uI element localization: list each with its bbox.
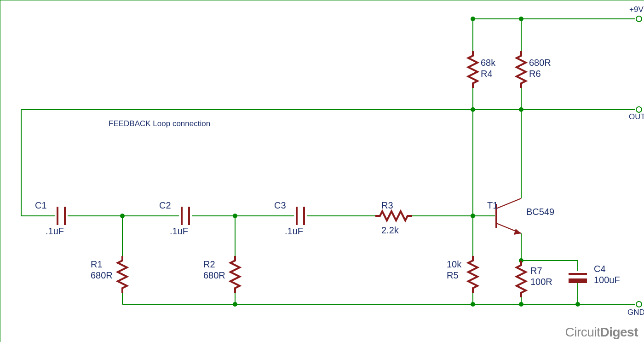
label-out: OUT xyxy=(629,112,644,122)
resistor-R5 xyxy=(468,256,477,293)
label-R7-val: 100R xyxy=(530,277,552,287)
label-vcc: +9V xyxy=(629,5,644,14)
label-C1-ref: C1 xyxy=(35,200,47,211)
label-R2-ref: R2 xyxy=(203,259,215,270)
resistor-R1 xyxy=(118,256,127,293)
junction xyxy=(471,17,475,21)
label-C4-ref: C4 xyxy=(594,264,606,274)
capacitor-C3 xyxy=(297,207,304,225)
label-R1-ref: R1 xyxy=(91,259,103,270)
label-R3-val: 2.2k xyxy=(381,225,399,236)
label-R6-ref: R6 xyxy=(529,69,541,79)
label-C3-ref: C3 xyxy=(274,200,286,211)
svg-rect-11 xyxy=(569,278,587,283)
resistor-R6 xyxy=(517,51,526,88)
resistor-R2 xyxy=(230,256,240,293)
transistor-T1 xyxy=(496,198,521,235)
label-C2-val: .1uF xyxy=(170,226,188,237)
terminal-gnd xyxy=(636,301,642,307)
resistor-R3 xyxy=(375,211,412,220)
capacitor-C2 xyxy=(182,207,189,225)
label-C3-val: .1uF xyxy=(285,226,303,237)
label-C1-val: .1uF xyxy=(46,226,64,237)
logo: CircuitDigest xyxy=(565,325,638,340)
terminal-out xyxy=(636,107,642,112)
capacitor-C1 xyxy=(58,207,65,225)
label-R5-ref: R5 xyxy=(447,270,459,281)
schematic-svg xyxy=(0,0,644,342)
svg-marker-9 xyxy=(514,229,521,235)
capacitor-C4 xyxy=(569,274,587,283)
resistor-R7 xyxy=(517,261,526,297)
label-R7-ref: R7 xyxy=(530,266,542,276)
label-R4-val: 68k xyxy=(481,58,495,68)
schematic-canvas: C1 .1uF C2 .1uF C3 .1uF R3 2.2k R1 680R … xyxy=(0,0,644,342)
terminal-vcc xyxy=(636,16,642,22)
label-T1-ref: T1 xyxy=(487,200,498,211)
svg-line-7 xyxy=(496,198,521,209)
label-C2-ref: C2 xyxy=(159,200,171,211)
label-R2-val: 680R xyxy=(203,270,225,281)
label-R3-ref: R3 xyxy=(381,200,393,211)
label-T1-model: BC549 xyxy=(526,207,554,217)
label-C4-val: 100uF xyxy=(594,275,620,285)
label-R6-val: 680R xyxy=(529,58,551,68)
junction xyxy=(519,17,523,21)
label-R5-val: 10k xyxy=(447,259,461,270)
resistor-R4 xyxy=(468,51,477,88)
logo-suffix: Digest xyxy=(600,325,638,339)
logo-prefix: Circuit xyxy=(565,325,600,339)
label-feedback: FEEDBACK Loop connection xyxy=(109,119,210,128)
label-R4-ref: R4 xyxy=(481,69,493,79)
label-R1-val: 680R xyxy=(91,270,113,281)
junction xyxy=(471,107,475,112)
label-gnd: GND xyxy=(627,308,644,317)
